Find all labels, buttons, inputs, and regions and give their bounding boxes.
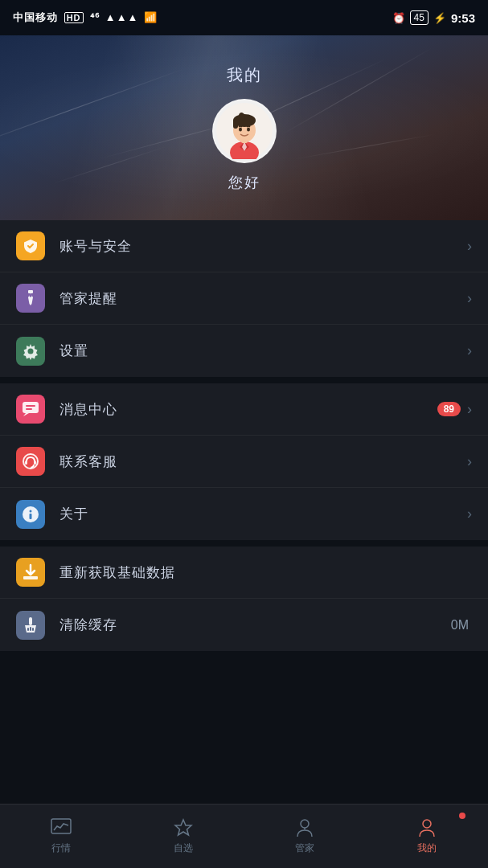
about-icon: [16, 500, 45, 529]
svg-rect-12: [28, 290, 33, 293]
menu-item-service[interactable]: 联系客服 ›: [0, 436, 488, 488]
hero-section: 我的: [0, 35, 488, 220]
svg-point-37: [423, 820, 431, 828]
clearcache-label: 清除缓存: [59, 616, 451, 634]
nav-item-watchlist[interactable]: 自选: [122, 805, 244, 868]
hero-title: 我的: [227, 64, 262, 86]
service-icon: [16, 447, 45, 476]
svg-marker-18: [23, 413, 29, 416]
svg-rect-19: [26, 405, 35, 407]
svg-rect-20: [26, 408, 32, 410]
message-badge: 89: [437, 402, 461, 416]
status-right: ⏰ 45 ⚡ 9:53: [392, 10, 475, 25]
status-bar: 中国移动 HD ⁴⁶ ▲▲▲ 📶 ⏰ 45 ⚡ 9:53: [0, 0, 488, 35]
bottom-nav: 行情 自选 管家 我的: [0, 804, 488, 868]
svg-marker-34: [175, 820, 191, 835]
download-icon: [16, 558, 45, 587]
menu-item-account[interactable]: 账号与安全 ›: [0, 220, 488, 272]
svg-rect-22: [25, 461, 27, 465]
butler-nav-icon: [294, 817, 315, 838]
message-icon: [16, 395, 45, 424]
butler-icon: [16, 284, 45, 313]
redownload-label: 重新获取基础数据: [59, 563, 472, 582]
svg-rect-30: [27, 628, 29, 631]
market-label: 行情: [51, 841, 71, 855]
svg-rect-26: [30, 514, 32, 519]
mine-icon: [416, 817, 437, 838]
clear-icon: [16, 611, 45, 640]
service-label: 联系客服: [59, 452, 467, 471]
svg-rect-17: [23, 402, 39, 413]
svg-rect-8: [233, 119, 238, 129]
menu-container: 账号与安全 › 管家提醒 ›: [0, 220, 488, 651]
svg-point-16: [28, 348, 34, 354]
avatar: [212, 99, 277, 163]
menu-item-butler[interactable]: 管家提醒 ›: [0, 272, 488, 325]
svg-rect-23: [34, 461, 36, 465]
chevron-icon: ›: [467, 290, 472, 307]
svg-rect-32: [32, 628, 34, 631]
chevron-icon: ›: [467, 342, 472, 359]
butler-nav-label: 管家: [295, 841, 314, 855]
settings-icon: [16, 337, 45, 366]
svg-point-10: [239, 127, 242, 131]
settings-label: 设置: [59, 342, 467, 360]
chevron-icon: ›: [467, 506, 472, 522]
watchlist-icon: [173, 817, 194, 838]
menu-section-1: 账号与安全 › 管家提醒 ›: [0, 220, 488, 377]
chevron-icon: ›: [467, 238, 472, 255]
menu-section-2: 消息中心 89 › 联系客服 ›: [0, 383, 488, 540]
svg-rect-27: [23, 576, 38, 579]
mine-label: 我的: [417, 841, 437, 855]
watchlist-label: 自选: [174, 841, 193, 855]
chevron-icon: ›: [467, 453, 472, 470]
hero-name: 您好: [228, 173, 260, 192]
menu-divider-2: [0, 540, 488, 547]
shield-icon: [16, 231, 45, 260]
nav-dot: [459, 813, 465, 819]
account-label: 账号与安全: [59, 237, 467, 256]
menu-item-about[interactable]: 关于 ›: [0, 488, 488, 540]
message-label: 消息中心: [59, 400, 437, 419]
menu-item-redownload[interactable]: 重新获取基础数据: [0, 547, 488, 599]
nav-item-mine[interactable]: 我的: [366, 805, 488, 868]
svg-rect-31: [30, 627, 31, 631]
carrier-text: 中国移动 HD ⁴⁶ ▲▲▲ 📶: [13, 10, 158, 25]
chevron-icon: ›: [467, 401, 472, 418]
nav-item-butler[interactable]: 管家: [244, 805, 367, 868]
cache-value: 0M: [451, 618, 469, 633]
market-icon: [51, 817, 72, 838]
menu-section-3: 重新获取基础数据 清除缓存 0M: [0, 547, 488, 651]
nav-item-market[interactable]: 行情: [0, 805, 122, 868]
svg-rect-28: [29, 617, 32, 625]
svg-point-11: [247, 127, 250, 131]
svg-point-35: [301, 820, 309, 828]
svg-point-25: [30, 510, 32, 512]
butler-label: 管家提醒: [59, 289, 467, 308]
menu-divider-1: [0, 377, 488, 383]
menu-item-settings[interactable]: 设置 ›: [0, 325, 488, 377]
alarm-icon: ⏰: [392, 12, 405, 24]
menu-item-message[interactable]: 消息中心 89 ›: [0, 383, 488, 436]
menu-item-clearcache[interactable]: 清除缓存 0M: [0, 599, 488, 651]
about-label: 关于: [59, 505, 467, 523]
